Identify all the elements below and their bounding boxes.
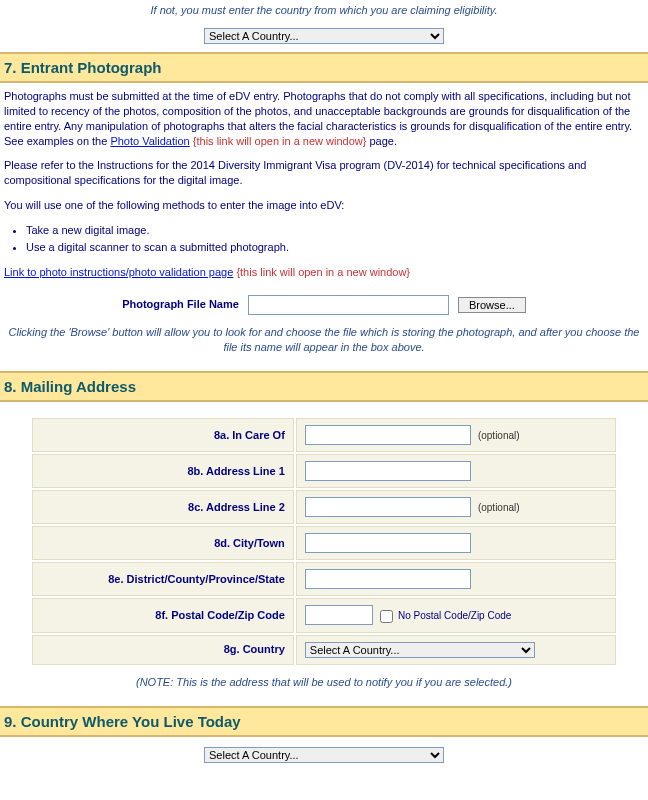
input-city[interactable] bbox=[305, 533, 471, 553]
eligibility-country-row: Select A Country... bbox=[0, 24, 648, 52]
label-address-2: 8c. Address Line 2 bbox=[32, 490, 294, 524]
photo-methods-list: Take a new digital image. Use a digital … bbox=[26, 223, 644, 255]
no-postal-label: No Postal Code/Zip Code bbox=[398, 610, 511, 621]
new-window-note-1: {this link will open in a new window} bbox=[193, 135, 367, 147]
browse-button[interactable]: Browse... bbox=[458, 297, 526, 313]
photo-file-label: Photograph File Name bbox=[122, 298, 239, 310]
section-7-header: 7. Entrant Photograph bbox=[0, 52, 648, 83]
label-in-care-of: 8a. In Care Of bbox=[32, 418, 294, 452]
input-district[interactable] bbox=[305, 569, 471, 589]
photo-method-1: Take a new digital image. bbox=[26, 223, 644, 238]
new-window-note-2: {this link will open in a new window} bbox=[236, 266, 410, 278]
photo-instructions-link-row: Link to photo instructions/photo validat… bbox=[4, 265, 644, 280]
photo-file-input[interactable] bbox=[248, 295, 449, 315]
photo-method-2: Use a digital scanner to scan a submitte… bbox=[26, 240, 644, 255]
photo-file-row: Photograph File Name Browse... bbox=[4, 289, 644, 321]
input-address-1[interactable] bbox=[305, 461, 471, 481]
section-8-body: 8a. In Care Of (optional) 8b. Address Li… bbox=[0, 402, 648, 705]
section-7-body: Photographs must be submitted at the tim… bbox=[0, 83, 648, 371]
photo-para-1: Photographs must be submitted at the tim… bbox=[4, 89, 644, 148]
section-9-header: 9. Country Where You Live Today bbox=[0, 706, 648, 737]
label-district: 8e. District/County/Province/State bbox=[32, 562, 294, 596]
input-address-2[interactable] bbox=[305, 497, 471, 517]
label-postal: 8f. Postal Code/Zip Code bbox=[32, 598, 294, 633]
section-8-header: 8. Mailing Address bbox=[0, 371, 648, 402]
photo-instructions-link[interactable]: Link to photo instructions/photo validat… bbox=[4, 266, 233, 278]
mailing-address-table: 8a. In Care Of (optional) 8b. Address Li… bbox=[30, 416, 619, 667]
optional-1: (optional) bbox=[478, 430, 520, 441]
label-country: 8g. Country bbox=[32, 635, 294, 665]
section-9-body: Select A Country... bbox=[0, 737, 648, 777]
mailing-country-select[interactable]: Select A Country... bbox=[305, 642, 535, 658]
no-postal-checkbox[interactable] bbox=[380, 610, 393, 623]
label-address-1: 8b. Address Line 1 bbox=[32, 454, 294, 488]
optional-2: (optional) bbox=[478, 502, 520, 513]
mailing-note: (NOTE: This is the address that will be … bbox=[4, 671, 644, 700]
browse-hint: Clicking the 'Browse' button will allow … bbox=[4, 321, 644, 365]
photo-para-3: You will use one of the following method… bbox=[4, 198, 644, 213]
input-in-care-of[interactable] bbox=[305, 425, 471, 445]
eligibility-country-select[interactable]: Select A Country... bbox=[204, 28, 444, 44]
eligibility-note: If not, you must enter the country from … bbox=[0, 0, 648, 24]
photo-para-2: Please refer to the Instructions for the… bbox=[4, 158, 644, 188]
input-postal[interactable] bbox=[305, 605, 373, 625]
live-country-select[interactable]: Select A Country... bbox=[204, 747, 444, 763]
label-city: 8d. City/Town bbox=[32, 526, 294, 560]
photo-validation-link[interactable]: Photo Validation bbox=[110, 135, 189, 147]
